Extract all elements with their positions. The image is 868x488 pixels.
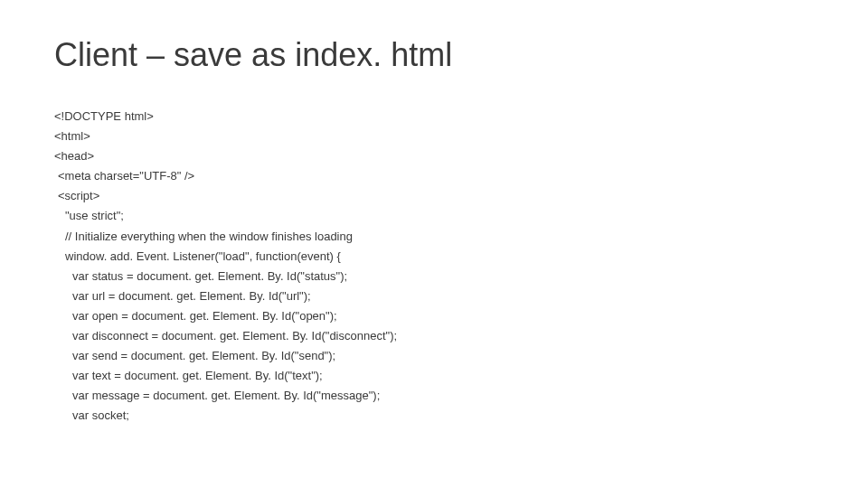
slide: Client – save as index. html <!DOCTYPE h… bbox=[0, 0, 868, 488]
code-line: <html> bbox=[54, 127, 814, 146]
code-line: <head> bbox=[54, 146, 814, 166]
code-line: var status = document. get. Element. By.… bbox=[54, 267, 814, 286]
code-block: <!DOCTYPE html><html><head><meta charset… bbox=[54, 107, 814, 427]
code-line: <script> bbox=[54, 186, 814, 206]
code-line: var message = document. get. Element. By… bbox=[54, 386, 814, 406]
code-line: var text = document. get. Element. By. I… bbox=[54, 366, 814, 386]
code-line: var open = document. get. Element. By. I… bbox=[54, 306, 814, 326]
slide-title: Client – save as index. html bbox=[54, 36, 814, 74]
code-line: // Initialize everything when the window… bbox=[54, 227, 814, 247]
code-line: var socket; bbox=[54, 406, 814, 426]
code-line: var send = document. get. Element. By. I… bbox=[54, 346, 814, 366]
code-line: var url = document. get. Element. By. Id… bbox=[54, 286, 814, 306]
code-line: var disconnect = document. get. Element.… bbox=[54, 326, 814, 346]
code-line: window. add. Event. Listener("load", fun… bbox=[54, 247, 814, 267]
code-line: <meta charset="UTF-8" /> bbox=[54, 166, 814, 186]
code-line: "use strict"; bbox=[54, 206, 814, 226]
code-line: <!DOCTYPE html> bbox=[54, 107, 814, 127]
